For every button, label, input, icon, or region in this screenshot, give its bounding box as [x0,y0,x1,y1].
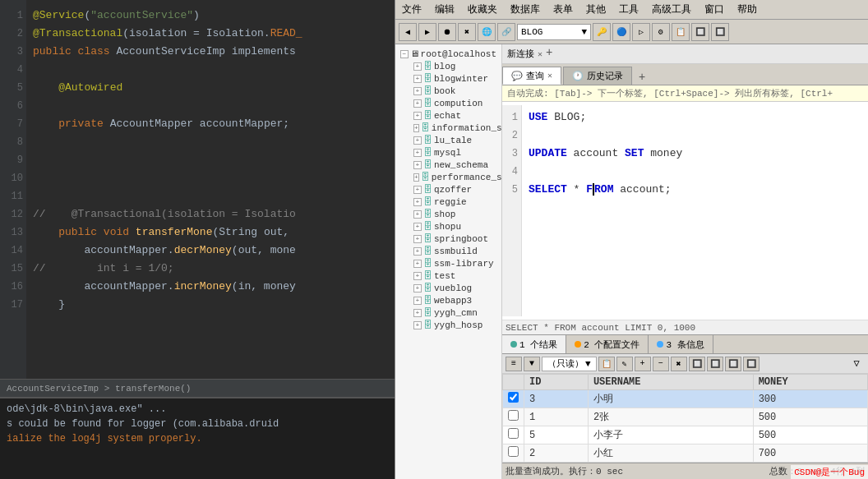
row-checkbox[interactable] [508,392,519,403]
db-combo-blog[interactable]: BLOG ▼ [517,24,591,40]
table-row[interactable]: 3 小明 300 [503,390,868,408]
query-hint: 自动完成: [Tab]-> 下一个标签, [Ctrl+Space]-> 列出所有… [502,85,868,102]
expand-blogwinter[interactable]: + [413,75,422,83]
cell-username: 2张 [588,408,753,426]
result-btn-7[interactable]: ✖ [671,357,687,371]
tree-item-blogwinter[interactable]: + 🗄 blogwinter [410,72,500,85]
query-line-2 [529,127,861,145]
tree-item-qzoffer[interactable]: + 🗄qzoffer [410,183,500,196]
result-dot-2 [575,341,581,348]
menu-file[interactable]: 文件 [399,2,425,17]
toolbar-btn-2[interactable]: ▶ [418,23,436,41]
tree-item-shopu[interactable]: + 🗄shopu [410,220,500,233]
row-checkbox[interactable] [508,428,519,439]
row-cb[interactable] [503,390,524,408]
new-connection-add[interactable]: + [546,46,562,62]
menu-window[interactable]: 窗口 [701,2,727,17]
db-tool-panel: 文件 编辑 收藏夹 数据库 表单 其他 工具 高级工具 窗口 帮助 ◀ ▶ ⏺ … [395,0,868,479]
row-checkbox[interactable] [508,410,519,421]
menu-table[interactable]: 表单 [550,2,576,17]
row-cb[interactable] [503,426,524,444]
result-tab-3[interactable]: 3 条信息 [649,335,713,353]
query-code-area[interactable]: USE BLOG; UPDATE account SET money SELEC… [522,105,868,316]
toolbar-btn-7[interactable]: 🔑 [593,23,611,41]
cell-id: 2 [524,444,589,463]
table-row[interactable]: 5 小李子 500 [503,426,868,444]
toolbar-btn-4[interactable]: ✖ [458,23,476,41]
col-checkbox [503,375,524,390]
result-btn-6[interactable]: − [653,357,669,371]
menu-other[interactable]: 其他 [583,2,609,17]
toolbar-btn-10[interactable]: ⚙ [652,23,670,41]
cell-money: 500 [753,426,867,444]
tree-item-test[interactable]: + 🗄test [410,269,500,282]
tree-item-information[interactable]: + 🗄information_sc... [410,122,500,134]
menu-favorites[interactable]: 收藏夹 [464,2,501,17]
tree-item-book[interactable]: + 🗄book [410,85,500,97]
menu-database[interactable]: 数据库 [507,2,543,17]
tab-history[interactable]: 🕐 历史记录 [563,67,632,85]
row-checkbox[interactable] [508,446,519,457]
connection-tab-label[interactable]: 新连接 [507,48,534,60]
result-dot-1 [510,341,517,348]
toolbar-btn-9[interactable]: ▷ [632,23,650,41]
tree-item-lutale[interactable]: + 🗄lu_tale [410,134,500,146]
result-tab-1[interactable]: 1 个结果 [502,335,566,353]
query-line-5: SELECT * FROM account; [529,181,861,199]
toolbar-btn-3[interactable]: ⏺ [438,23,456,41]
tree-item-echat[interactable]: + 🗄echat [410,109,500,122]
toolbar-btn-5[interactable]: 🌐 [478,23,496,41]
tree-item-reggie[interactable]: + 🗄reggie [410,196,500,208]
result-btn-9[interactable]: 🔲 [707,357,723,371]
tab-query[interactable]: 💬 查询 ✕ [502,67,561,85]
menu-edit[interactable]: 编辑 [432,2,458,17]
query-line-3: UPDATE account SET money [529,145,861,163]
expand-blog[interactable]: + [413,62,422,71]
db-tabs: 💬 查询 ✕ 🕐 历史记录 + [502,64,868,85]
tree-item-compution[interactable]: + 🗄compution [410,97,500,109]
tree-item-ssm-library[interactable]: + 🗄ssm-library [410,257,500,269]
toolbar-btn-6[interactable]: 🔗 [497,23,515,41]
toolbar-btn-8[interactable]: 🔵 [612,23,630,41]
toolbar-btn-11[interactable]: 📋 [672,23,690,41]
code-line-8 [33,133,388,151]
tree-item-yygh-cmn[interactable]: + 🗄yygh_cmn [410,306,500,319]
table-row[interactable]: 1 2张 500 [503,408,868,426]
tree-item-blog[interactable]: + 🗄 blog [410,60,500,72]
menu-advanced[interactable]: 高级工具 [649,2,695,17]
tree-item-ssmbuild[interactable]: + 🗄ssmbuild [410,245,500,257]
result-btn-3[interactable]: 📋 [598,357,615,371]
result-tab-2[interactable]: 2 个配置文件 [566,335,649,353]
query-editor[interactable]: 12345 USE BLOG; UPDATE account SET money… [502,102,868,320]
result-btn-5[interactable]: + [635,357,651,371]
tab-query-close[interactable]: ✕ [547,71,552,81]
tree-item-new-schema[interactable]: + 🗄new_schema [410,159,500,171]
row-cb[interactable] [503,408,524,426]
cell-money: 500 [753,408,867,426]
expand-root[interactable]: − [400,50,409,58]
result-btn-8[interactable]: 🔲 [689,357,705,371]
menu-help[interactable]: 帮助 [734,2,760,17]
result-btn-1[interactable]: ≡ [506,357,522,371]
filter-btn[interactable]: ▽ [848,357,865,371]
result-btn-4[interactable]: ✎ [616,357,633,371]
tree-item-mysql[interactable]: + 🗄mysql [410,146,500,159]
tree-root-item[interactable]: − 🖥 root@localhost [397,48,500,60]
toolbar-btn-13[interactable]: 🔲 [711,23,729,41]
tree-item-yygh-hosp[interactable]: + 🗄yygh_hosp [410,319,500,331]
connection-tab-close[interactable]: ✕ [538,49,542,59]
result-btn-10[interactable]: 🔲 [725,357,741,371]
tree-item-performance[interactable]: + 🗄performance_sc... [410,171,500,183]
toolbar-btn-1[interactable]: ◀ [399,23,417,41]
table-row[interactable]: 2 小红 700 [503,444,868,463]
toolbar-btn-12[interactable]: 🔲 [691,23,709,41]
tree-item-webapp3[interactable]: + 🗄webapp3 [410,294,500,306]
tab-add-btn[interactable]: + [634,68,650,85]
row-cb[interactable] [503,444,524,463]
tree-item-springboot[interactable]: + 🗄springboot [410,233,500,245]
result-btn-2[interactable]: ▼ [524,357,540,371]
tree-item-shop[interactable]: + 🗄shop [410,208,500,220]
result-btn-11[interactable]: 🔲 [743,357,760,371]
tree-item-vueblog[interactable]: + 🗄vueblog [410,282,500,294]
menu-tools[interactable]: 工具 [616,2,642,17]
